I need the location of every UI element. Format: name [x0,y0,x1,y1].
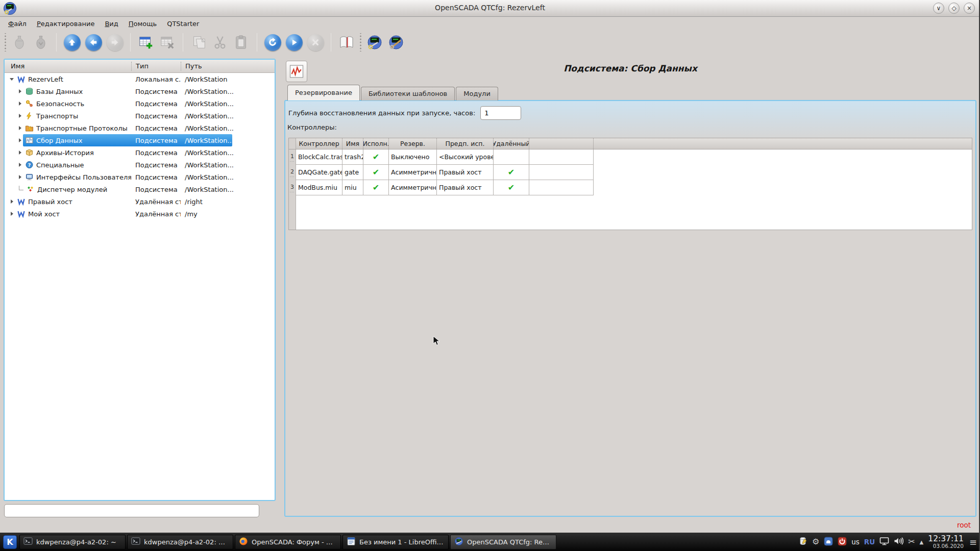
expander-closed-icon[interactable] [16,175,24,179]
expander-closed-icon[interactable] [16,126,24,130]
cut-item-button[interactable] [209,32,231,53]
row-number[interactable]: 3... [289,180,296,195]
tree-row-security[interactable]: Безопасность Подсистема /WorkStation... [5,97,275,110]
col-name[interactable]: Имя [342,138,363,149]
keyboard-layout-ru[interactable]: RU [864,538,875,546]
copy-item-button[interactable] [188,32,209,53]
restore-depth-label: Глубина восстановления данных при запуск… [288,109,480,117]
exec-check-icon: ✔ [363,180,389,195]
row-number[interactable]: 2... [289,165,296,180]
menu-view[interactable]: Вид [100,19,123,29]
menu-edit[interactable]: Редактирование [32,19,100,29]
toolbar-drag-handle[interactable] [359,33,362,52]
menu-bar: Файл Редактирование Вид Помощь QTStarter [0,17,980,30]
delete-item-button[interactable] [157,32,178,53]
row-number[interactable]: 1... [289,149,296,165]
tree-header-path[interactable]: Путь [181,62,275,71]
tree-header: Имя Тип Путь [5,60,275,73]
tree-filter-input[interactable] [4,504,259,517]
tree-row-daq[interactable]: Сбор Данных Подсистема /WorkStation... [5,134,275,146]
save-to-db-button[interactable] [30,32,52,53]
refresh-button[interactable] [262,32,283,53]
klipper-scissors-icon[interactable]: ✂ [908,538,915,546]
stop-button[interactable] [305,32,326,53]
remote-check-icon: ✔ [494,165,529,180]
tab-reservation[interactable]: Резервирование [287,85,360,101]
expander-open-icon[interactable] [8,78,16,81]
maximize-button[interactable]: ◇ [948,3,960,14]
gear-icon[interactable]: ⚙ [812,538,819,546]
col-controller[interactable]: Контроллер [296,138,342,149]
expander-closed-icon[interactable] [16,102,24,106]
tree-row-ui[interactable]: Интерфейсы Пользователя Подсистема /Work… [5,171,275,183]
forward-button[interactable] [104,32,126,53]
vision-starter-button[interactable] [385,32,407,53]
exec-check-icon: ✔ [363,165,389,180]
expander-closed-icon[interactable] [16,114,24,118]
restore-depth-input[interactable] [480,106,521,120]
tree-row-modsched[interactable]: Диспетчер модулей Подсистема /WorkStatio… [5,183,275,195]
taskbar-item-writer[interactable]: Без имени 1 - LibreOffice Writer [342,535,449,549]
power-icon[interactable] [838,537,847,547]
menu-qtstarter[interactable]: QTStarter [162,19,204,29]
tree-row-databases[interactable]: Базы Данных Подсистема /WorkStation... [5,85,275,97]
paste-item-button[interactable] [231,32,252,53]
panel-menu-icon[interactable]: ≡ [969,537,977,547]
taskbar-item-terminal-2[interactable]: kdwpenza@p4-a2-02: ~ <2> [127,535,233,549]
add-item-button[interactable] [135,32,157,53]
volume-icon[interactable] [894,537,903,547]
tab-modules[interactable]: Модули [456,87,498,101]
clock[interactable]: 12:37:11 03.06.2020 [928,535,964,549]
toolbar-separator [56,33,57,52]
menu-help[interactable]: Помощь [124,19,162,29]
manual-button[interactable] [336,32,357,53]
expander-closed-icon[interactable] [16,163,24,167]
minimize-button[interactable]: ∨ [933,3,944,14]
notes-icon[interactable] [799,537,807,547]
tree-row-my-host[interactable]: Мой хост Удалённая ст... /my [5,208,275,220]
tree-row-archives[interactable]: Архивы-История Подсистема /WorkStation..… [5,146,275,159]
expander-closed-icon[interactable] [8,212,16,216]
taskbar-item-terminal-1[interactable]: kdwpenza@p4-a2-02: ~ [19,535,126,549]
toolbar-drag-handle[interactable] [4,33,7,52]
minimize-icon: ∨ [937,5,941,11]
expander-closed-icon[interactable] [16,89,24,93]
menu-file[interactable]: Файл [3,19,32,29]
expander-closed-icon[interactable] [8,199,16,204]
back-button[interactable] [83,32,104,53]
taskbar-item-firefox[interactable]: OpenSCADA: Форум - Mozilla Firef... [235,535,341,549]
taskbar-item-qtcfg[interactable]: OpenSCADA QTCfg: RezervLeft [450,535,556,549]
tab-template-libs[interactable]: Библиотеки шаблонов [361,87,455,101]
expander-closed-icon[interactable] [16,151,24,155]
window-titlebar: OpenSCADA QTCfg: RezervLeft ∨ ◇ × [0,0,980,17]
tree-row-right-host[interactable]: Правый хост Удалённая ст... /right [5,195,275,208]
tree-row-transports[interactable]: Транспорты Подсистема /WorkStation... [5,110,275,122]
tree-row-special[interactable]: ? Специальные Подсистема /WorkStation... [5,159,275,171]
controller-row[interactable]: BlockCalc.trash2 trash2 ✔ Выключено <Выс… [296,149,972,165]
window-title: OpenSCADA QTCfg: RezervLeft [0,4,980,12]
keyboard-layout-us[interactable]: us [851,538,860,546]
controller-row[interactable]: DAQGate.gate gate ✔ Асимметричное Правый… [296,165,972,180]
expander-closed-icon[interactable] [16,138,24,142]
blue-app-icon[interactable] [824,537,833,547]
col-reserve[interactable]: Резерв. [389,138,437,149]
kde-menu-button[interactable]: K [3,535,17,549]
tab-bar: Резервирование Библиотеки шаблонов Модул… [287,85,499,101]
network-monitor-icon[interactable] [879,537,889,547]
col-exec[interactable]: Исполн. [363,138,389,149]
add-item-icon [138,35,154,50]
col-pref[interactable]: Предп. исп. [437,138,494,149]
tray-expand-icon[interactable]: ▲ [920,539,924,545]
tree-header-name[interactable]: Имя [5,62,131,70]
close-button[interactable]: × [964,3,975,14]
up-button[interactable] [61,32,83,53]
tree-row-rezervleft[interactable]: RezervLeft Локальная с... /WorkStation [5,73,275,85]
controller-row[interactable]: ModBus.miu miu ✔ Асимметричное Правый хо… [296,180,972,195]
load-from-db-button[interactable] [9,32,30,53]
tree-header-type[interactable]: Тип [131,62,181,71]
col-remote[interactable]: Удалённый [494,138,529,149]
tree-row-protocols[interactable]: Транспортные Протоколы Подсистема /WorkS… [5,122,275,134]
start-button[interactable] [283,32,305,53]
start-icon [286,34,303,51]
qtcfg-starter-button[interactable] [364,32,385,53]
